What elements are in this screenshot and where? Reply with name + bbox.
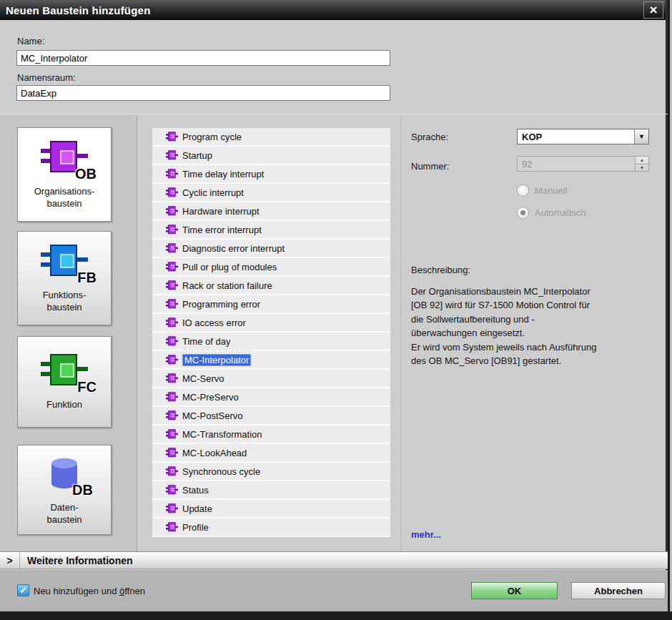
ob-block-icon [166, 187, 178, 197]
radio-circle-icon [517, 184, 529, 197]
manual-radio-label: Manuell [535, 185, 568, 196]
list-item[interactable]: Rack or station failure [152, 277, 390, 294]
list-item-label: Startup [182, 150, 212, 161]
ob-block-icon [166, 280, 178, 290]
ob-block-icon [166, 299, 178, 309]
list-item-label: Time of day [182, 336, 230, 347]
list-item[interactable]: Profile [152, 518, 390, 536]
list-item-label: Time delay interrupt [182, 169, 264, 179]
list-item-label: MC-LookAhead [182, 448, 247, 458]
ob-block-icon [166, 373, 178, 383]
fc-abbr: FC [77, 379, 97, 395]
list-item[interactable]: Hardware interrupt [152, 202, 390, 220]
list-item-label: MC-PreServo [182, 392, 239, 403]
list-item-label: MC-PostServo [182, 410, 243, 421]
ob-list: Program cycle Startup Time delay interru… [152, 128, 390, 537]
list-item-label: Programming error [182, 299, 260, 310]
function-button[interactable]: FC Funktion [17, 336, 112, 428]
list-item[interactable]: MC-Servo [152, 370, 390, 387]
more-information-label: Weitere Informationen [27, 555, 133, 566]
list-item-label: Update [182, 503, 212, 514]
add-and-open-checkbox[interactable]: ✓ [17, 584, 29, 596]
function-block-button[interactable]: FB Funktions- baustein [17, 231, 112, 325]
close-button[interactable]: × [643, 1, 663, 19]
checkbox-label-post: ffnen [124, 586, 145, 596]
list-item[interactable]: Programming error [152, 295, 390, 313]
automatic-radio-label: Automatisch [535, 207, 586, 218]
list-item[interactable]: Diagnostic error interrupt [152, 240, 390, 257]
ob-block-icon [166, 243, 178, 253]
desktop-background-strip [0, 611, 672, 620]
language-dropdown[interactable]: KOP ▼ [517, 129, 649, 144]
ob-block-icon [166, 206, 178, 216]
list-item-label: Status [182, 485, 209, 496]
add-and-open-label: Neu hinzufügen und öffnen [34, 586, 145, 596]
ob-abbr: OB [75, 166, 97, 182]
ob-block-icon [166, 410, 178, 420]
ob-block-icon [166, 262, 178, 272]
chevron-down-icon[interactable]: ▼ [634, 129, 648, 144]
language-label: Sprache: [411, 132, 448, 142]
list-item-label: Cyclic interrupt [182, 187, 244, 198]
list-item[interactable]: Status [152, 481, 390, 498]
list-item[interactable]: Startup [152, 147, 390, 164]
list-item-label: Hardware interrupt [182, 206, 260, 217]
panel-divider [400, 115, 401, 551]
spinner-buttons: ▲ ▼ [635, 157, 648, 171]
list-item-label: MC-Transformation [182, 429, 262, 440]
ob-block-icon [166, 225, 178, 235]
ob-label: Organisations- baustein [34, 185, 95, 210]
list-item-label: Pull or plug of modules [182, 262, 277, 272]
list-item[interactable]: Time error interrupt [152, 221, 390, 238]
expander-chevron-icon[interactable]: > [0, 552, 20, 569]
manual-radio: Manuell [517, 184, 568, 197]
list-item[interactable]: Update [152, 500, 390, 517]
description-label: Beschreibung: [411, 265, 470, 275]
list-item-label: Profile [182, 522, 209, 533]
ob-block-icon [166, 169, 178, 179]
list-item-label: MC-Interpolator [182, 354, 251, 366]
list-item-label: Program cycle [182, 132, 242, 142]
screen: Neuen Baustein hinzufügen × Name: Namens… [0, 0, 672, 620]
namespace-input[interactable] [16, 85, 390, 101]
ok-button[interactable]: OK [471, 582, 558, 599]
db-label: Daten- baustein [46, 501, 81, 526]
list-item[interactable]: Cyclic interrupt [152, 184, 390, 201]
add-new-block-dialog: Neuen Baustein hinzufügen × Name: Namens… [0, 0, 668, 611]
fc-block-icon: FC [41, 353, 88, 392]
ob-block-icon [166, 392, 178, 402]
list-item[interactable]: MC-Interpolator [152, 351, 390, 368]
fb-label: Funktions- baustein [43, 289, 87, 313]
more-link[interactable]: mehr... [411, 529, 441, 540]
number-label: Nummer: [411, 161, 449, 172]
list-item[interactable]: Time of day [152, 333, 390, 350]
number-spinner: 92 ▲ ▼ [517, 156, 649, 172]
list-item[interactable]: MC-Transformation [152, 425, 390, 443]
list-item[interactable]: MC-LookAhead [152, 444, 390, 461]
name-label: Name: [17, 36, 44, 46]
list-item[interactable]: Program cycle [152, 128, 390, 145]
ob-block-icon [166, 429, 178, 439]
cancel-button[interactable]: Abbrechen [571, 582, 666, 599]
list-item-label: Rack or station failure [182, 280, 272, 291]
list-item[interactable]: MC-PreServo [152, 388, 390, 405]
list-item[interactable]: Pull or plug of modules [152, 258, 390, 275]
list-item[interactable]: Synchronous cycle [152, 463, 390, 480]
cancel-button-label: Abbrechen [594, 586, 643, 596]
checkmark-icon: ✓ [19, 585, 27, 596]
ob-block-icon [166, 485, 178, 495]
name-input[interactable] [16, 50, 390, 66]
ob-block-icon [166, 466, 178, 476]
data-block-button[interactable]: DB Daten- baustein [17, 445, 112, 535]
list-item[interactable]: Time delay interrupt [152, 165, 390, 182]
close-icon: × [649, 2, 657, 18]
list-item[interactable]: IO access error [152, 314, 390, 331]
more-information-bar: > Weitere Informationen [0, 551, 668, 569]
dialog-title: Neuen Baustein hinzufügen [6, 4, 151, 16]
ob-block-icon [166, 336, 178, 346]
spinner-down-icon: ▼ [636, 164, 648, 172]
fb-abbr: FB [77, 270, 97, 286]
automatic-radio: Automatisch [517, 207, 586, 219]
organization-block-button[interactable]: OB Organisations- baustein [17, 127, 112, 222]
list-item[interactable]: MC-PostServo [152, 407, 390, 424]
